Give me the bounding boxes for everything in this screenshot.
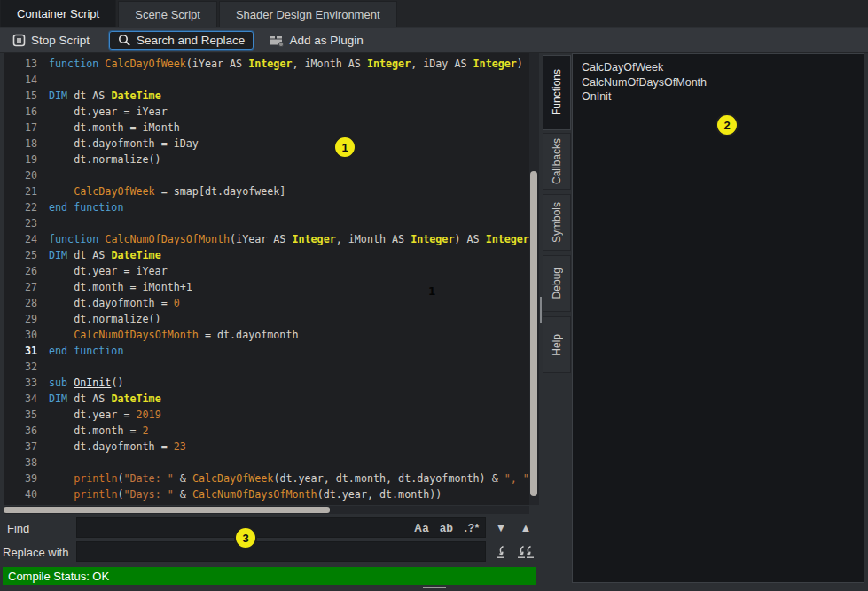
code-line-21[interactable]: 21 CalcDayOfWeek = smap[dt.dayofweek] xyxy=(4,183,529,199)
horizontal-scroll-thumb[interactable] xyxy=(4,507,330,513)
code-line-39[interactable]: 39 println("Date: " & CalcDayOfWeek(dt.y… xyxy=(4,470,529,486)
line-code: dt.month = iMonth xyxy=(49,120,180,136)
line-code: dt.year = iYear xyxy=(49,104,168,120)
line-number: 29 xyxy=(4,311,37,327)
whole-word-icon[interactable]: ab xyxy=(440,522,454,534)
code-line-13[interactable]: 13function CalcDayOfWeek(iYear AS Intege… xyxy=(4,56,529,72)
line-number: 32 xyxy=(4,359,37,375)
code-line-25[interactable]: 25DIM dt AS DateTime xyxy=(4,247,529,263)
code-line-37[interactable]: 37 dt.dayofmonth = 23 xyxy=(4,439,529,455)
code-line-40[interactable]: 40 println("Days: " & CalcNumOfDaysOfMon… xyxy=(4,486,529,502)
stray-annotation-text: 1 xyxy=(428,285,435,298)
code-line-41[interactable]: 41end sub xyxy=(4,502,529,505)
line-number: 16 xyxy=(4,104,37,120)
line-number: 39 xyxy=(4,470,37,486)
side-tab-symbols[interactable]: Symbols xyxy=(543,194,571,251)
line-number: 41 xyxy=(4,502,37,505)
find-input[interactable]: Aa ab .?* xyxy=(76,517,486,538)
line-code: println("Days: " & CalcNumOfDaysOfMonth(… xyxy=(49,486,442,502)
code-line-18[interactable]: 18 dt.dayofmonth = iDay xyxy=(4,136,529,152)
add-plugin-button[interactable]: Add as Plugin xyxy=(262,32,370,49)
replace-all-icon xyxy=(517,545,535,559)
line-code: DIM dt AS DateTime xyxy=(49,391,161,407)
replace-input[interactable] xyxy=(76,541,486,562)
line-number: 20 xyxy=(4,167,37,183)
code-line-33[interactable]: 33sub OnInit() xyxy=(4,375,529,391)
code-line-19[interactable]: 19 dt.normalize() xyxy=(4,152,529,167)
code-line-20[interactable]: 20 xyxy=(4,167,529,183)
function-list-item[interactable]: CalcNumOfDaysOfMonth xyxy=(582,75,864,90)
side-tab-functions[interactable]: Functions xyxy=(543,55,571,130)
line-number: 17 xyxy=(4,120,37,136)
regex-icon[interactable]: .?* xyxy=(465,522,480,534)
line-number: 25 xyxy=(4,247,37,263)
line-code: println("Date: " & CalcDayOfWeek(dt.year… xyxy=(49,470,529,486)
code-line-23[interactable]: 23 xyxy=(4,215,529,231)
side-tab-debug[interactable]: Debug xyxy=(543,255,571,312)
code-line-26[interactable]: 26 dt.year = iYear xyxy=(4,263,529,279)
editor-vertical-scrollbar[interactable] xyxy=(529,53,539,505)
search-replace-button[interactable]: Search and Replace xyxy=(109,31,254,50)
line-code: sub OnInit() xyxy=(49,375,123,391)
panel-splitter-grip[interactable] xyxy=(540,297,542,323)
side-tab-help[interactable]: Help xyxy=(543,316,571,373)
editor-horizontal-scrollbar[interactable] xyxy=(4,506,529,514)
code-line-15[interactable]: 15DIM dt AS DateTime xyxy=(4,88,529,104)
stop-icon xyxy=(12,34,26,47)
find-previous-button[interactable]: ▲ xyxy=(514,517,537,538)
tab-container-script[interactable]: Container Script xyxy=(0,0,116,27)
bottom-resize-grip[interactable] xyxy=(423,587,446,588)
code-line-22[interactable]: 22end function xyxy=(4,199,529,215)
line-code: dt.normalize() xyxy=(49,311,161,327)
line-number: 21 xyxy=(4,183,37,199)
line-number: 30 xyxy=(4,327,37,343)
toolbar: Stop Script Search and Replace Add as xyxy=(0,28,868,53)
code-line-32[interactable]: 32 xyxy=(4,359,529,375)
code-editor[interactable]: 13function CalcDayOfWeek(iYear AS Intege… xyxy=(4,53,529,505)
stop-script-label: Stop Script xyxy=(31,34,90,47)
code-line-24[interactable]: 24function CalcNumOfDaysOfMonth(iYear AS… xyxy=(4,231,529,247)
line-code: CalcNumOfDaysOfMonth = dt.dayofmonth xyxy=(49,327,298,343)
line-number: 28 xyxy=(4,295,37,311)
line-code: end sub xyxy=(49,502,92,505)
replace-one-button[interactable] xyxy=(489,541,512,562)
code-line-14[interactable]: 14 xyxy=(4,72,529,88)
match-case-icon[interactable]: Aa xyxy=(414,522,429,534)
code-line-36[interactable]: 36 dt.month = 2 xyxy=(4,423,529,439)
tab-shader-design-environment[interactable]: Shader Design Environment xyxy=(219,1,397,27)
line-code: dt.normalize() xyxy=(49,152,161,167)
annotation-marker-2: 2 xyxy=(716,113,739,136)
tab-scene-script[interactable]: Scene Script xyxy=(118,1,217,27)
code-line-27[interactable]: 27 dt.month = iMonth+1 xyxy=(4,279,529,295)
code-line-31[interactable]: 31end function xyxy=(4,343,529,359)
replace-label: Replace with xyxy=(3,546,68,559)
find-label: Find xyxy=(7,522,29,535)
line-number: 38 xyxy=(4,455,37,470)
search-icon xyxy=(118,34,131,47)
find-next-button[interactable]: ▼ xyxy=(489,517,512,538)
function-list-item[interactable]: OnInit xyxy=(582,89,864,105)
line-code: dt.month = iMonth+1 xyxy=(49,279,192,295)
line-number: 15 xyxy=(4,88,37,104)
line-code: end function xyxy=(49,199,123,215)
line-code: dt.dayofmonth = 0 xyxy=(49,295,180,311)
annotation-marker-1: 1 xyxy=(333,136,356,159)
code-line-34[interactable]: 34DIM dt AS DateTime xyxy=(4,391,529,407)
add-plugin-label: Add as Plugin xyxy=(289,34,363,47)
vertical-scroll-thumb[interactable] xyxy=(530,171,537,496)
replace-all-button[interactable] xyxy=(512,541,539,562)
function-list-item[interactable]: CalcDayOfWeek xyxy=(582,60,864,75)
code-line-28[interactable]: 28 dt.dayofmonth = 0 xyxy=(4,295,529,311)
code-line-35[interactable]: 35 dt.year = 2019 xyxy=(4,407,529,423)
code-line-30[interactable]: 30 CalcNumOfDaysOfMonth = dt.dayofmonth xyxy=(4,327,529,343)
line-code: CalcDayOfWeek = smap[dt.dayofweek] xyxy=(49,183,285,199)
stop-script-button[interactable]: Stop Script xyxy=(5,32,97,49)
line-number: 24 xyxy=(4,231,37,247)
side-tab-callbacks[interactable]: Callbacks xyxy=(543,133,571,190)
code-line-29[interactable]: 29 dt.normalize() xyxy=(4,311,529,327)
code-line-16[interactable]: 16 dt.year = iYear xyxy=(4,104,529,120)
annotation-marker-3: 3 xyxy=(234,526,257,549)
code-line-17[interactable]: 17 dt.month = iMonth xyxy=(4,120,529,136)
code-line-38[interactable]: 38 xyxy=(4,455,529,470)
line-number: 18 xyxy=(4,136,37,152)
